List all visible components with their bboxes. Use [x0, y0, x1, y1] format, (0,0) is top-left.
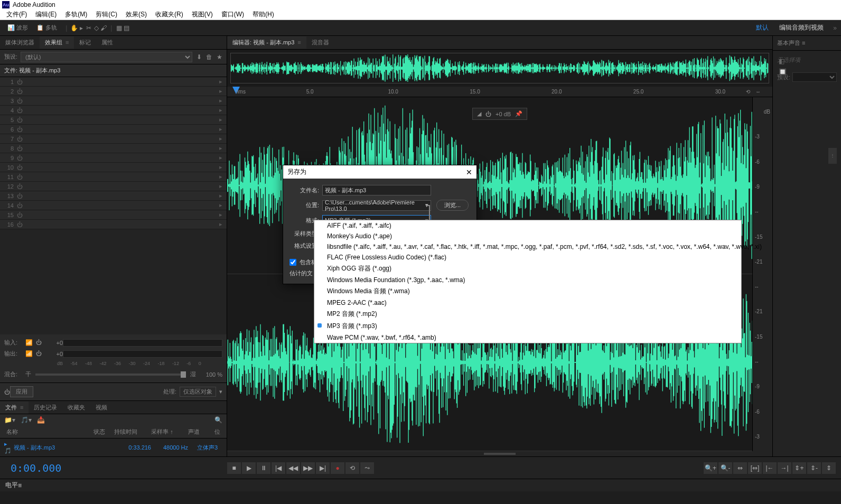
effect-slot[interactable]: 13⏻▸ [0, 191, 227, 201]
menu-clip[interactable]: 剪辑(C) [91, 9, 122, 20]
location-combo[interactable]: C:\User...cuments\Adobe\Premiere Pro\13.… [322, 200, 431, 211]
tab-properties[interactable]: 属性 [96, 36, 118, 49]
apply-button[interactable]: 应用 [10, 386, 33, 397]
format-option[interactable]: Monkey's Audio (*.ape) [314, 231, 741, 241]
col-channels[interactable]: 声道 [186, 428, 212, 436]
overview-waveform[interactable]: ◧ 🔲 [230, 53, 769, 83]
zoom-icon[interactable]: 🔲 [779, 68, 787, 76]
effect-slot[interactable]: 6⏻▸ [0, 125, 227, 134]
workspace-default[interactable]: 默认 [751, 22, 774, 34]
close-icon[interactable]: ✕ [466, 168, 472, 176]
loop-button[interactable]: ⟲ [345, 462, 359, 474]
goto-end-button[interactable]: ▶| [316, 462, 330, 474]
goto-start-button[interactable]: |◀ [272, 462, 285, 474]
effect-slot[interactable]: 10⏻▸ [0, 163, 227, 172]
col-samplerate[interactable]: 采样率 ↑ [149, 428, 186, 436]
output-meter[interactable] [63, 350, 222, 358]
forward-button[interactable]: ▶▶ [301, 462, 315, 474]
menu-window[interactable]: 窗口(W) [217, 9, 248, 20]
menu-effects[interactable]: 效果(S) [122, 9, 151, 20]
col-status[interactable]: 状态 [91, 428, 113, 436]
close-icon[interactable]: ≡ [66, 39, 69, 45]
col-bitdepth[interactable]: 位 [212, 428, 222, 436]
search-icon[interactable]: 🔍 [214, 416, 222, 424]
tab-media-browser[interactable]: 媒体浏览器 [0, 36, 40, 49]
menu-help[interactable]: 帮助(H) [248, 9, 278, 20]
zoom-in-icon[interactable]: 🔍+ [704, 462, 717, 474]
col-name[interactable]: 名称 [4, 428, 91, 436]
play-button[interactable]: ▶ [242, 462, 256, 474]
zoom-v-in-icon[interactable]: ⇕+ [792, 462, 806, 474]
zoom-v-reset-icon[interactable]: ⇕ [822, 462, 836, 474]
effect-slot[interactable]: 3⏻▸ [0, 96, 227, 106]
format-option[interactable]: Windows Media Foundation (*.3gp, *.aac, … [314, 275, 741, 285]
zoom-v-out-icon[interactable]: ⇕- [807, 462, 821, 474]
format-option[interactable]: MPEG 2-AAC (*.aac) [314, 297, 741, 308]
record-button[interactable]: ● [331, 462, 344, 474]
pitch-toggle-icon[interactable]: ▤ [123, 24, 130, 32]
delete-preset-icon[interactable]: 🗑 [206, 53, 212, 61]
pause-button[interactable]: ⏸ [257, 462, 270, 474]
favorite-icon[interactable]: ★ [217, 53, 222, 61]
mix-slider[interactable] [35, 374, 186, 376]
timecode-display[interactable]: 0:00.000 [5, 462, 227, 474]
menu-multitrack[interactable]: 多轨(M) [61, 9, 91, 20]
format-option[interactable]: Xiph OGG 容器 (*.ogg) [314, 263, 741, 275]
effect-slot[interactable]: 1⏻▸ [0, 77, 227, 87]
format-option[interactable]: AIFF (*.aif, *.aiff, *.aifc) [314, 220, 741, 231]
effect-slot[interactable]: 4⏻▸ [0, 106, 227, 115]
filename-input[interactable] [322, 185, 431, 195]
zoom-out-icon[interactable]: 🔍- [718, 462, 732, 474]
hud-gain[interactable]: ◢ ⏻ +0 dB 📌 [472, 108, 527, 120]
zoom-full-icon[interactable]: ⇔ [733, 462, 747, 474]
editor-tab[interactable]: 编辑器: 视频 - 副本.mp3≡ [227, 36, 306, 49]
effect-slot[interactable]: 12⏻▸ [0, 182, 227, 191]
skip-selection-button[interactable]: ⤳ [360, 462, 374, 474]
zoom-fit-icon[interactable]: ↔ [755, 89, 761, 95]
effect-slot[interactable]: 8⏻▸ [0, 144, 227, 153]
mixer-tab[interactable]: 混音器 [306, 36, 334, 49]
file-row[interactable]: ▸ 🎵 视频 - 副本.mp3 0:33.216 48000 Hz 立体声 3 [0, 438, 227, 456]
effect-slot[interactable]: 11⏻▸ [0, 172, 227, 182]
menu-file[interactable]: 文件(F) [2, 9, 31, 20]
effect-slot[interactable]: 14⏻▸ [0, 201, 227, 210]
new-file-icon[interactable]: 🎵▾ [21, 416, 32, 424]
format-option[interactable]: libsndfile (*.aifc, *.aiff, *.au, *.avr,… [314, 241, 741, 252]
format-option[interactable]: Windows Media 音频 (*.wma) [314, 285, 741, 297]
format-option[interactable]: MP3 音频 (*.mp3) [314, 320, 741, 332]
menu-favorites[interactable]: 收藏夹(R) [151, 9, 188, 20]
effect-slot[interactable]: 16⏻▸ [0, 220, 227, 229]
pin-icon[interactable]: 📌 [515, 110, 522, 117]
chevron-down-icon[interactable]: ▾ [219, 388, 222, 395]
effect-slot[interactable]: 5⏻▸ [0, 115, 227, 125]
rack-power-icon[interactable]: ⏻ [4, 389, 10, 395]
save-preset-icon[interactable]: ⬇ [197, 53, 202, 61]
spectral-toggle-icon[interactable]: ▦ [115, 24, 123, 32]
heal-tool-icon[interactable]: ◇ [92, 24, 100, 32]
menu-edit[interactable]: 编辑(E) [31, 9, 61, 20]
effect-slot[interactable]: 9⏻▸ [0, 153, 227, 163]
format-option[interactable]: Wave PCM (*.wav, *.bwf, *.rf64, *.amb) [314, 332, 741, 343]
format-option[interactable]: MP2 音频 (*.mp2) [314, 308, 741, 320]
effect-slot[interactable]: 2⏻▸ [0, 87, 227, 96]
fade-in-icon[interactable]: ◢ [477, 110, 481, 117]
browse-button[interactable]: 浏览... [436, 200, 469, 211]
zoom-out-point-icon[interactable]: →| [778, 462, 791, 474]
power-icon[interactable]: ⏻ [36, 339, 42, 346]
tab-video[interactable]: 视频 [90, 402, 113, 414]
effect-slot[interactable]: 15⏻▸ [0, 210, 227, 220]
scroll-icon[interactable]: ⟲ [746, 89, 750, 95]
channel-toggle-icon[interactable]: ◧ [779, 58, 787, 65]
rewind-button[interactable]: ◀◀ [286, 462, 300, 474]
scrollbar[interactable] [484, 453, 516, 455]
tab-favorites[interactable]: 收藏夹 [62, 402, 90, 414]
menu-view[interactable]: 视图(V) [188, 9, 217, 20]
format-option[interactable]: FLAC (Free Lossless Audio Codec) (*.flac… [314, 252, 741, 263]
brush-tool-icon[interactable]: 🖌 [100, 24, 107, 32]
open-file-icon[interactable]: 📁▾ [4, 416, 15, 424]
move-tool-icon[interactable]: ▸ [78, 24, 85, 32]
zoom-in-point-icon[interactable]: |← [763, 462, 777, 474]
cut-tool-icon[interactable]: ✂ [85, 24, 92, 32]
tab-markers[interactable]: 标记 [74, 36, 96, 49]
timeline-ruler[interactable]: hms 5.0 10.0 15.0 20.0 25.0 30.0 ⟲ ↔ [227, 87, 772, 97]
